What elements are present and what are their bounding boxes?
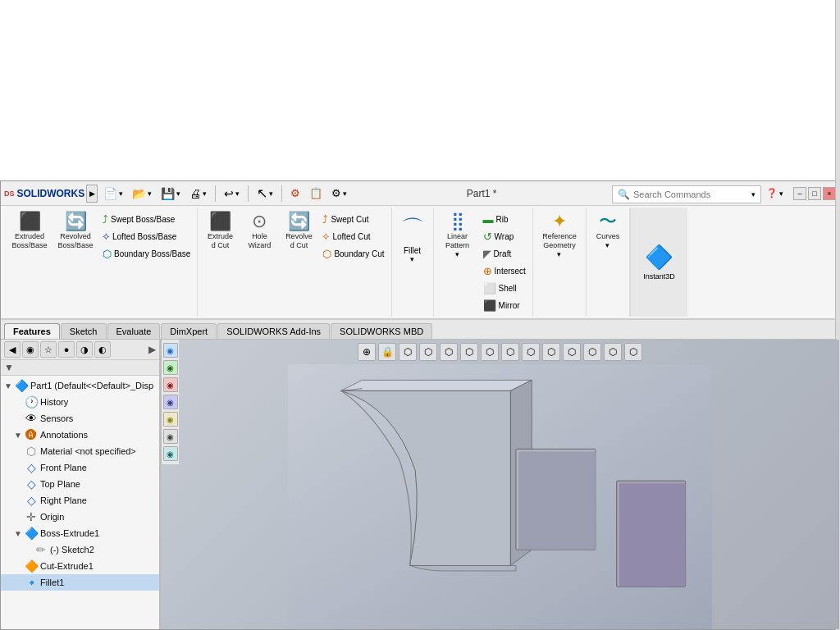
tab-sketch[interactable]: Sketch	[61, 323, 107, 339]
close-btn[interactable]: ×	[823, 187, 836, 200]
linear-pattern-btn[interactable]: ⣿ Linear Pattern ▾	[437, 209, 478, 315]
feature-tree-panel: ◀ ◉ ☆ ● ◑ ◐ ▶ ▼ ▼ 🔷 Part1 (Default<<Defa…	[1, 340, 161, 629]
vp-btn-10[interactable]: ⬡	[542, 343, 560, 361]
curves-label: Curves	[596, 232, 620, 241]
restore-btn[interactable]: □	[808, 187, 821, 200]
vp-btn-6[interactable]: ⬡	[460, 343, 478, 361]
ft-more-btn[interactable]: ▶	[148, 344, 156, 355]
tree-item-sensors[interactable]: 👁 Sensors	[1, 410, 159, 427]
vp-btn-5[interactable]: ⬡	[440, 343, 458, 361]
tree-item-right-plane[interactable]: ◇ Right Plane	[1, 492, 159, 509]
tree-item-sketch2[interactable]: ✏ (-) Sketch2	[1, 541, 159, 558]
file-ops-btn[interactable]: 📋	[305, 185, 326, 202]
options-btn[interactable]: ⚙▾	[327, 185, 351, 202]
vp-btn-8[interactable]: ⬡	[501, 343, 519, 361]
swept-boss-btn[interactable]: ⤴ Swept Boss/Base	[99, 211, 194, 227]
viewport[interactable]: ⊕ 🔒 ⬡ ⬡ ⬡ ⬡ ⬡ ⬡ ⬡ ⬡ ⬡ ⬡ ⬡ ⬡	[161, 340, 839, 629]
boundary-boss-icon: ⬡	[103, 248, 112, 260]
vp-btn-3[interactable]: ⬡	[399, 343, 417, 361]
curves-btn[interactable]: 〜 Curves ▾	[590, 209, 626, 258]
ft-btn-3[interactable]: ☆	[40, 341, 57, 358]
help-dropdown[interactable]: ▾	[779, 189, 783, 198]
fillet-dropdown[interactable]: ▾	[410, 255, 414, 263]
new-btn[interactable]: 📄▾	[99, 185, 127, 203]
tab-dimxpert[interactable]: DimXpert	[161, 323, 217, 339]
fillet-btn[interactable]: ⌒ Fillet ▾	[395, 209, 430, 267]
tree-item-history[interactable]: 🕐 History	[1, 394, 159, 410]
ft-btn-1[interactable]: ◀	[4, 341, 21, 358]
tree-item-origin[interactable]: ✛ Origin	[1, 509, 159, 525]
revolved-cut-btn[interactable]: 🔄 Revolved Cut	[280, 209, 317, 315]
vp-btn-13[interactable]: ⬡	[604, 343, 622, 361]
boss-small-col: ⤴ Swept Boss/Base ⟡ Lofted Boss/Base ⬡ B…	[99, 209, 194, 315]
tab-features[interactable]: Features	[4, 323, 60, 339]
undo-btn[interactable]: ↩▾	[220, 185, 244, 203]
feature-tree-items[interactable]: ▼ 🔷 Part1 (Default<<Default>_Disp 🕐 Hist…	[1, 376, 159, 629]
tab-mbd[interactable]: SOLIDWORKS MBD	[331, 323, 432, 339]
tree-item-cut-extrude1[interactable]: 🔶 Cut-Extrude1	[1, 558, 159, 574]
rebuild-btn[interactable]: ⚙	[286, 185, 304, 202]
mirror-btn[interactable]: ⬛ Mirror	[480, 297, 529, 313]
open-dropdown[interactable]: ▾	[148, 189, 152, 198]
search-input[interactable]	[633, 189, 748, 199]
vp-btn-zoom[interactable]: ⊕	[358, 343, 376, 361]
vp-btn-14[interactable]: ⬡	[624, 343, 642, 361]
draft-btn[interactable]: ◤ Draft	[480, 245, 529, 262]
boundary-cut-btn[interactable]: ⬡ Boundary Cut	[319, 245, 387, 262]
search-icon: 🔍	[618, 189, 630, 200]
ft-btn-6[interactable]: ◐	[94, 341, 111, 358]
minimize-btn[interactable]: –	[793, 187, 806, 200]
vp-btn-9[interactable]: ⬡	[522, 343, 540, 361]
rib-btn[interactable]: ▬ Rib	[480, 211, 529, 227]
ref-geom-dropdown[interactable]: ▾	[557, 250, 561, 258]
wrap-btn[interactable]: ↺ Wrap	[480, 228, 529, 244]
tab-evaluate[interactable]: Evaluate	[107, 323, 161, 339]
curves-dropdown[interactable]: ▾	[605, 241, 609, 249]
vp-btn-4[interactable]: ⬡	[419, 343, 437, 361]
new-dropdown[interactable]: ▾	[119, 189, 123, 198]
extruded-cut-btn[interactable]: ⬛ Extruded Cut	[201, 209, 239, 315]
tree-item-material[interactable]: ⬡ Material <not specified>	[1, 443, 159, 459]
vp-btn-lock[interactable]: 🔒	[378, 343, 396, 361]
tree-item-annotations[interactable]: ▼ 🅐 Annotations	[1, 427, 159, 443]
lofted-boss-btn[interactable]: ⟡ Lofted Boss/Base	[99, 228, 194, 244]
vp-btn-7[interactable]: ⬡	[481, 343, 499, 361]
cut-extrude-label: Cut-Extrude1	[40, 561, 94, 571]
shell-btn[interactable]: ⬜ Shell	[480, 280, 529, 296]
ref-geom-btn[interactable]: ✦ Reference Geometry ▾	[536, 209, 582, 262]
pattern-small-col: ▬ Rib ↺ Wrap ◤ Draft ⊕ Intersect ⬜ She	[480, 209, 529, 315]
instant3d-btn[interactable]: 🔷 Instant3D	[639, 240, 679, 285]
tree-item-top-plane[interactable]: ◇ Top Plane	[1, 476, 159, 492]
menu-arrow-btn[interactable]: ▶	[86, 185, 98, 203]
intersect-btn[interactable]: ⊕ Intersect	[480, 262, 529, 279]
save-btn[interactable]: 💾▾	[157, 185, 185, 203]
ft-btn-4[interactable]: ●	[58, 341, 75, 358]
boundary-boss-btn[interactable]: ⬡ Boundary Boss/Base	[99, 245, 194, 262]
tree-item-boss-extrude1[interactable]: ▼ 🔷 Boss-Extrude1	[1, 525, 159, 541]
tab-addins[interactable]: SOLIDWORKS Add-Ins	[217, 323, 330, 339]
hole-wizard-btn[interactable]: ⊙ Hole Wizard	[240, 209, 278, 315]
lofted-cut-btn[interactable]: ⟡ Lofted Cut	[319, 228, 387, 244]
swept-cut-btn[interactable]: ⤴ Swept Cut	[319, 211, 387, 227]
select-btn[interactable]: ↖▾	[253, 183, 277, 203]
save-dropdown[interactable]: ▾	[176, 189, 180, 198]
ft-btn-5[interactable]: ◑	[76, 341, 93, 358]
ft-btn-2[interactable]: ◉	[22, 341, 39, 358]
tree-item-front-plane[interactable]: ◇ Front Plane	[1, 459, 159, 476]
open-btn[interactable]: 📂▾	[128, 185, 156, 203]
tree-item-fillet1[interactable]: 🔹 Fillet1	[1, 574, 159, 591]
expand-icon: ▼	[14, 431, 22, 440]
swept-cut-label: Swept Cut	[331, 215, 368, 224]
vp-btn-12[interactable]: ⬡	[583, 343, 601, 361]
fillet1-label: Fillet1	[40, 578, 64, 587]
linear-pattern-dropdown[interactable]: ▾	[455, 250, 459, 258]
lofted-cut-icon: ⟡	[322, 230, 330, 243]
help-btn[interactable]: ❓ ▾	[763, 186, 787, 200]
revolved-boss-btn[interactable]: 🔄 Revolved Boss/Base	[53, 209, 98, 315]
extruded-boss-btn[interactable]: ⬛ Extruded Boss/Base	[7, 209, 52, 315]
save-icon: 💾	[161, 187, 175, 200]
tree-item-part1[interactable]: ▼ 🔷 Part1 (Default<<Default>_Disp	[1, 377, 159, 394]
print-btn[interactable]: 🖨▾	[185, 185, 211, 203]
search-dropdown-icon[interactable]: ▾	[751, 190, 756, 199]
vp-btn-11[interactable]: ⬡	[563, 343, 581, 361]
